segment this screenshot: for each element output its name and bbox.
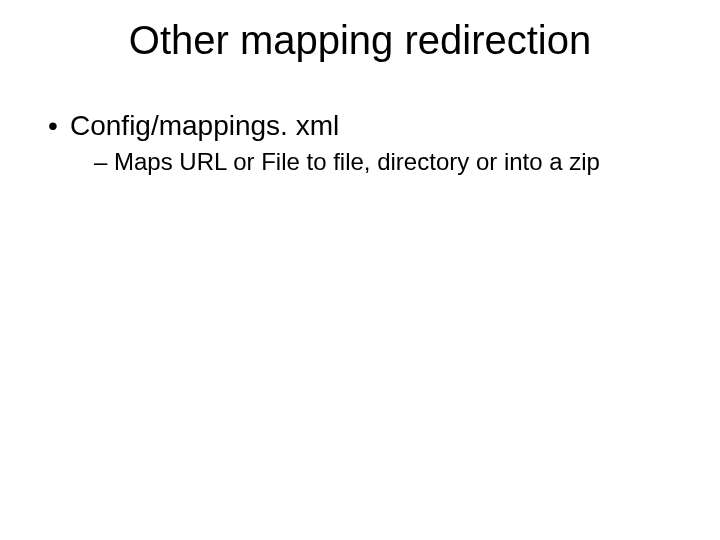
bullet-marker: • [48,110,70,142]
slide: Other mapping redirection •Config/mappin… [0,0,720,540]
dash-marker: – [94,148,114,176]
bullet-level1: •Config/mappings. xml [48,110,672,142]
bullet-text: Config/mappings. xml [70,110,339,141]
bullet-level2: –Maps URL or File to file, directory or … [94,148,672,176]
slide-title: Other mapping redirection [0,18,720,63]
slide-body: •Config/mappings. xml –Maps URL or File … [48,110,672,176]
subbullet-text: Maps URL or File to file, directory or i… [114,148,600,175]
